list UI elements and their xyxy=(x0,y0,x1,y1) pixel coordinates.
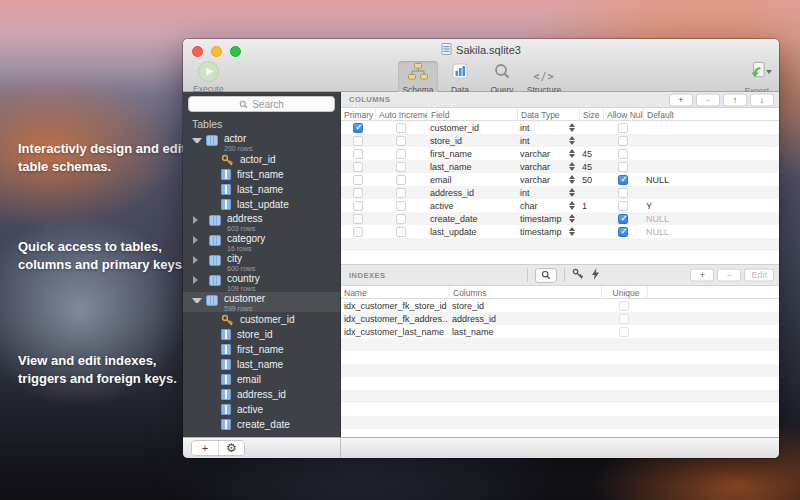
primary-checkbox[interactable] xyxy=(353,175,363,185)
header-index-columns[interactable]: Columns xyxy=(449,286,601,299)
columns-table-row[interactable]: store_idint xyxy=(341,134,779,147)
field-cell[interactable]: store_id xyxy=(427,134,517,147)
sidebar-column-item[interactable]: last_update xyxy=(183,197,340,212)
stepper-icon[interactable] xyxy=(569,162,575,171)
primary-checkbox[interactable] xyxy=(353,201,363,211)
auto-increment-checkbox[interactable] xyxy=(396,136,406,146)
export-button[interactable]: Export xyxy=(744,61,769,96)
header-allow-null[interactable]: Allow Null xyxy=(603,108,643,121)
default-cell[interactable] xyxy=(643,121,779,134)
size-cell[interactable]: 45 xyxy=(579,147,603,160)
allow-null-checkbox[interactable] xyxy=(618,136,628,146)
allow-null-checkbox[interactable] xyxy=(618,201,628,211)
sidebar-column-item[interactable]: last_name xyxy=(183,357,340,372)
tab-structure[interactable]: </> Structure xyxy=(524,61,564,96)
index-name-cell[interactable]: idx_customer_fk_addres… xyxy=(341,312,449,325)
sidebar-table-item[interactable]: customer599 rows xyxy=(183,292,340,312)
primary-checkbox[interactable] xyxy=(353,136,363,146)
index-name-cell[interactable]: idx_customer_last_name xyxy=(341,325,449,338)
auto-increment-checkbox[interactable] xyxy=(396,227,406,237)
auto-increment-checkbox[interactable] xyxy=(396,214,406,224)
index-name-cell[interactable]: idx_customer_fk_store_id xyxy=(341,299,449,312)
data-type-cell[interactable]: varchar xyxy=(517,147,579,160)
size-cell[interactable] xyxy=(579,134,603,147)
chevron-right-icon[interactable] xyxy=(193,236,203,244)
stepper-icon[interactable] xyxy=(569,123,575,132)
default-cell[interactable]: Y xyxy=(643,199,779,212)
auto-increment-checkbox[interactable] xyxy=(396,162,406,172)
size-cell[interactable] xyxy=(579,225,603,238)
search-input[interactable]: Search xyxy=(188,96,335,112)
data-type-cell[interactable]: char xyxy=(517,199,579,212)
columns-table-row[interactable]: first_namevarchar45 xyxy=(341,147,779,160)
move-column-up-button[interactable]: ↑ xyxy=(723,93,747,106)
unique-checkbox[interactable] xyxy=(619,314,629,324)
columns-table-row[interactable]: activechar1Y xyxy=(341,199,779,212)
stepper-icon[interactable] xyxy=(569,188,575,197)
default-cell[interactable]: NULL xyxy=(643,212,779,225)
index-columns-cell[interactable]: store_id xyxy=(449,299,601,312)
add-index-button[interactable]: + xyxy=(690,269,714,282)
stepper-icon[interactable] xyxy=(569,214,575,223)
auto-increment-checkbox[interactable] xyxy=(396,188,406,198)
chevron-down-icon[interactable] xyxy=(192,298,202,303)
header-data-type[interactable]: Data Type xyxy=(517,108,579,121)
tab-query[interactable]: Query xyxy=(482,61,522,96)
header-field[interactable]: Field xyxy=(427,108,517,121)
indexes-table-row[interactable]: idx_customer_last_namelast_name xyxy=(341,325,779,338)
remove-column-button[interactable]: − xyxy=(696,93,720,106)
columns-table-row[interactable]: create_datetimestampNULL xyxy=(341,212,779,225)
data-type-cell[interactable]: varchar xyxy=(517,173,579,186)
sidebar-table-item[interactable]: country109 rows xyxy=(183,272,340,292)
header-size[interactable]: Size xyxy=(579,108,603,121)
default-cell[interactable]: NULL xyxy=(643,225,779,238)
columns-table-row[interactable]: last_namevarchar45 xyxy=(341,160,779,173)
primary-checkbox[interactable] xyxy=(353,227,363,237)
indexes-table-row[interactable]: idx_customer_fk_store_idstore_id xyxy=(341,299,779,312)
sidebar-table-item[interactable]: actor200 rows xyxy=(183,132,340,152)
chevron-right-icon[interactable] xyxy=(193,276,203,284)
default-cell[interactable]: NULL xyxy=(643,173,779,186)
index-columns-cell[interactable]: last_name xyxy=(449,325,601,338)
stepper-icon[interactable] xyxy=(569,136,575,145)
header-default[interactable]: Default xyxy=(643,108,779,121)
sidebar-table-item[interactable]: address603 rows xyxy=(183,212,340,232)
sidebar-column-item[interactable]: last_name xyxy=(183,182,340,197)
auto-increment-checkbox[interactable] xyxy=(396,123,406,133)
auto-increment-checkbox[interactable] xyxy=(396,201,406,211)
stepper-icon[interactable] xyxy=(569,227,575,236)
size-cell[interactable]: 1 xyxy=(579,199,603,212)
field-cell[interactable]: create_date xyxy=(427,212,517,225)
execute-button[interactable]: Execute xyxy=(193,60,224,94)
chevron-down-icon[interactable] xyxy=(192,138,202,143)
stepper-icon[interactable] xyxy=(569,149,575,158)
tab-schema[interactable]: Schema xyxy=(398,61,438,96)
unique-checkbox[interactable] xyxy=(619,327,629,337)
sidebar-table-item[interactable]: category16 rows xyxy=(183,232,340,252)
indexes-table-row[interactable]: idx_customer_fk_addres…address_id xyxy=(341,312,779,325)
auto-increment-checkbox[interactable] xyxy=(396,175,406,185)
header-auto-increment[interactable]: Auto Increment xyxy=(375,108,427,121)
size-cell[interactable] xyxy=(579,186,603,199)
indexes-tool-button[interactable] xyxy=(535,268,557,283)
foreign-keys-tool-button[interactable] xyxy=(572,266,584,284)
allow-null-checkbox[interactable] xyxy=(618,123,628,133)
field-cell[interactable]: email xyxy=(427,173,517,186)
size-cell[interactable]: 45 xyxy=(579,160,603,173)
columns-table-row[interactable]: address_idint xyxy=(341,186,779,199)
sidebar-column-item[interactable]: first_name xyxy=(183,167,340,182)
size-cell[interactable] xyxy=(579,212,603,225)
sidebar-column-item[interactable]: active xyxy=(183,402,340,417)
sidebar-column-item[interactable]: address_id xyxy=(183,387,340,402)
data-type-cell[interactable]: timestamp xyxy=(517,225,579,238)
size-cell[interactable] xyxy=(579,121,603,134)
data-type-cell[interactable]: int xyxy=(517,134,579,147)
stepper-icon[interactable] xyxy=(569,201,575,210)
columns-table-row[interactable]: last_updatetimestampNULL xyxy=(341,225,779,238)
field-cell[interactable]: address_id xyxy=(427,186,517,199)
field-cell[interactable]: customer_id xyxy=(427,121,517,134)
primary-checkbox[interactable] xyxy=(353,188,363,198)
sidebar-column-item[interactable]: create_date xyxy=(183,417,340,432)
default-cell[interactable] xyxy=(643,134,779,147)
gear-icon[interactable]: ⚙ xyxy=(218,441,244,455)
